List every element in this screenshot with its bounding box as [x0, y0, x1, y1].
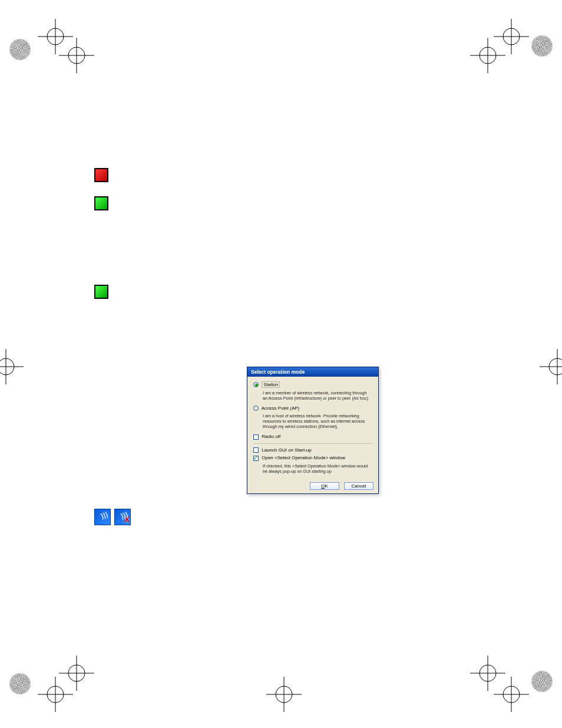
cancel-label: Cancel: [352, 483, 366, 489]
registration-mark-icon: [0, 349, 24, 384]
radio-station[interactable]: Station: [253, 381, 372, 388]
dialog-title: Select operation mode: [247, 367, 378, 377]
radio-access-point[interactable]: Access Point (AP): [253, 406, 372, 411]
checkbox-radio-off-label: Radio off: [262, 434, 280, 439]
radio-icon: [253, 406, 259, 411]
select-operation-mode-dialog: Select operation mode Station I am a mem…: [247, 367, 379, 494]
radio-station-label: Station: [262, 381, 280, 388]
status-red-icon: [94, 168, 108, 182]
checkbox-launch-gui[interactable]: Launch GUI on Start-up: [253, 447, 372, 453]
checkbox-icon: [253, 456, 259, 461]
checkbox-open-window-label: Open <Select Operation Mode> window: [262, 455, 345, 460]
registration-mark-icon: [470, 38, 505, 73]
checkbox-icon: [253, 447, 259, 453]
wireless-disconnected-icon: [114, 509, 131, 525]
registration-mark-icon: [540, 349, 562, 384]
registration-mark-icon: [59, 655, 94, 691]
wireless-connected-icon: [94, 509, 111, 525]
registration-mark-icon: [470, 655, 505, 691]
status-green-icon: [94, 196, 108, 210]
checkbox-icon: [253, 434, 259, 440]
registration-mark-icon: [266, 677, 302, 712]
cancel-button[interactable]: Cancel: [344, 482, 373, 490]
checkbox-launch-gui-label: Launch GUI on Start-up: [262, 447, 312, 453]
ok-label-rest: K: [325, 483, 328, 489]
checkbox-radio-off[interactable]: Radio off: [253, 434, 372, 439]
checkbox-open-window[interactable]: Open <Select Operation Mode> window: [253, 455, 372, 460]
radio-ap-label: Access Point (AP): [262, 406, 299, 411]
ok-button[interactable]: OK: [310, 482, 339, 490]
registration-mark-icon: [59, 38, 94, 73]
radio-station-desc: I am a member of wireless network, conne…: [263, 390, 372, 401]
open-window-desc: If checked, this <Select Operation Mode>…: [263, 463, 372, 474]
status-green2-icon: [94, 285, 108, 299]
radio-icon: [253, 382, 259, 387]
radio-ap-desc: I am a host of wireless network. Provide…: [263, 413, 372, 429]
